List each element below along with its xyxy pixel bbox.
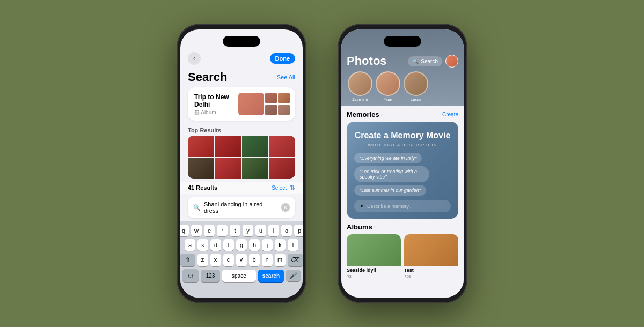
keyboard-row-1: q w e r t y u i o p	[182, 225, 301, 236]
header-row: Photos 🔍 Search	[347, 54, 458, 68]
key-k[interactable]: k	[275, 239, 286, 251]
keyboard: q w e r t y u i o p a s d f g	[180, 221, 303, 298]
search-pill-label: Search	[421, 58, 438, 64]
memories-title: Memories ›	[347, 110, 383, 118]
search-key[interactable]: search	[258, 270, 284, 282]
emoji-key[interactable]: ☺	[182, 269, 199, 282]
key-y[interactable]: y	[243, 225, 253, 236]
create-button[interactable]: Create	[442, 112, 458, 117]
album-thumb-grid	[265, 93, 290, 115]
photo-cell[interactable]	[269, 158, 296, 179]
key-h[interactable]: h	[249, 239, 260, 251]
key-x[interactable]: x	[210, 254, 221, 266]
key-t[interactable]: t	[230, 225, 240, 236]
suggestion-pill[interactable]: "Last summer in our garden"	[354, 185, 426, 196]
memory-card-subtitle: With Just a Description	[354, 143, 451, 147]
numbers-key[interactable]: 123	[201, 270, 220, 282]
key-p[interactable]: p	[294, 225, 303, 236]
key-a[interactable]: a	[185, 239, 195, 251]
sparkle-icon: ✦	[360, 203, 364, 209]
key-m[interactable]: m	[275, 254, 286, 266]
key-s[interactable]: s	[197, 239, 208, 251]
suggestion-pill[interactable]: "Leo trick-or-treating with a spooky vib…	[354, 166, 429, 182]
key-n[interactable]: n	[262, 254, 273, 266]
select-button[interactable]: Select	[272, 185, 287, 191]
photo-cell[interactable]	[215, 136, 241, 157]
album-thumb-small	[278, 105, 290, 115]
photo-cell[interactable]	[269, 136, 296, 157]
key-l[interactable]: l	[288, 239, 298, 251]
key-g[interactable]: g	[236, 239, 247, 251]
album-card[interactable]: Trip to New Delhi 🖼 Album	[188, 87, 295, 121]
albums-section-header: Albums ›	[347, 223, 458, 231]
phone-2: Photos 🔍 Search Jasmine	[338, 24, 467, 303]
memory-card[interactable]: Create a Memory Movie With Just a Descri…	[347, 122, 458, 219]
key-z[interactable]: z	[197, 254, 208, 266]
key-u[interactable]: u	[255, 225, 266, 236]
album-subtitle: 🖼 Album	[194, 109, 238, 115]
describe-input[interactable]: ✦ Describe a memory...	[354, 200, 451, 212]
sort-icon[interactable]: ⇅	[290, 184, 295, 191]
chevron-right-icon: ›	[381, 112, 383, 117]
photo-cell[interactable]	[242, 158, 268, 179]
mic-key[interactable]: 🎤	[286, 270, 301, 281]
dynamic-island-1	[223, 36, 260, 47]
album-thumb-small	[278, 93, 290, 103]
results-row: 41 Results Select ⇅	[180, 182, 303, 194]
user-avatar[interactable]	[445, 55, 458, 68]
album-thumb-main	[238, 93, 264, 115]
see-all-button[interactable]: See All	[277, 74, 295, 80]
person-name: Jasmine	[352, 97, 368, 102]
person-name: Laura	[411, 97, 421, 102]
album-info: Trip to New Delhi 🖼 Album	[194, 93, 238, 115]
suggestion-pills: "Everything we ate in Italy" "Leo trick-…	[354, 153, 451, 196]
keyboard-row-2: a s d f g h j k l	[182, 239, 301, 251]
person-item[interactable]: Jasmine	[348, 71, 372, 102]
album-card-1[interactable]: Seaside idyll 63	[347, 234, 401, 279]
person-item[interactable]: Yum	[376, 71, 400, 102]
key-d[interactable]: d	[210, 239, 221, 251]
photos-title: Photos	[347, 54, 387, 68]
key-w[interactable]: w	[191, 225, 202, 236]
chevron-right-icon: ›	[374, 225, 376, 230]
search-bar[interactable]: 🔍 Shani dancing in a red dress ✕	[188, 197, 295, 218]
key-c[interactable]: c	[223, 254, 234, 266]
key-i[interactable]: i	[268, 225, 279, 236]
key-o[interactable]: o	[281, 225, 292, 236]
album-thumb-small	[265, 105, 277, 115]
key-e[interactable]: e	[204, 225, 215, 236]
album-image	[347, 234, 401, 266]
shift-key[interactable]: ⇧	[180, 254, 195, 266]
top-results-label: Top Results	[180, 125, 303, 136]
photo-cell[interactable]	[188, 158, 214, 179]
dynamic-island-2	[384, 36, 421, 47]
photo-cell[interactable]	[242, 136, 268, 157]
key-r[interactable]: r	[217, 225, 228, 236]
results-actions: Select ⇅	[272, 184, 295, 191]
done-button[interactable]: Done	[270, 53, 296, 64]
key-j[interactable]: j	[262, 239, 273, 251]
back-button[interactable]: ‹	[188, 52, 201, 65]
delete-key[interactable]: ⌫	[288, 254, 303, 266]
search-input[interactable]: Shani dancing in a red dress	[204, 201, 278, 214]
keyboard-bottom-row: ☺ 123 space search 🎤	[182, 269, 301, 282]
suggestion-pill[interactable]: "Everything we ate in Italy"	[354, 153, 422, 164]
phone-1: ‹ Done Search See All Trip to New Delhi …	[177, 24, 306, 303]
album-card-2[interactable]: Test 159	[404, 234, 458, 279]
person-photo	[348, 71, 372, 96]
person-photo	[404, 71, 428, 96]
person-item[interactable]: Laura	[404, 71, 428, 102]
photo-cell[interactable]	[215, 158, 241, 179]
person-name: Yum	[384, 97, 392, 102]
key-b[interactable]: b	[249, 254, 260, 266]
person-photo	[376, 71, 400, 96]
photo-cell[interactable]	[188, 136, 214, 157]
search-pill[interactable]: 🔍 Search	[408, 56, 442, 66]
key-v[interactable]: v	[236, 254, 247, 266]
search-title-row: Search See All	[180, 68, 303, 87]
key-f[interactable]: f	[223, 239, 234, 251]
album-count: 63	[347, 274, 401, 279]
clear-button[interactable]: ✕	[281, 203, 290, 212]
key-q[interactable]: q	[180, 225, 189, 236]
space-key[interactable]: space	[222, 270, 256, 282]
